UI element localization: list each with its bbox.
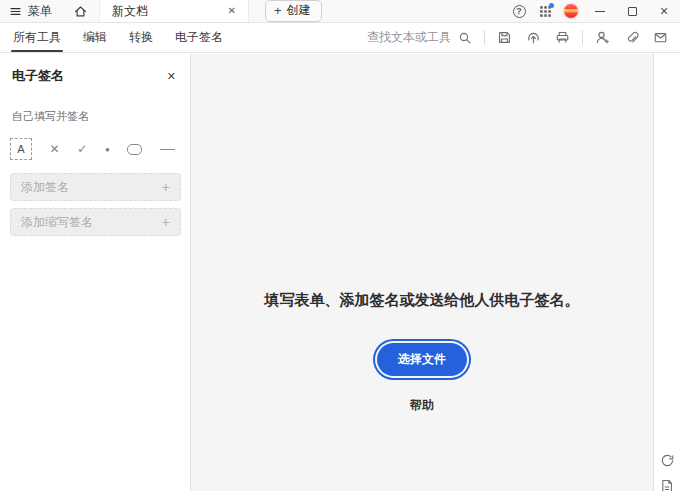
panel-close-button[interactable]: ✕ (165, 69, 178, 84)
document-tab[interactable]: 新文档 ✕ (99, 0, 249, 22)
link-button[interactable] (617, 25, 646, 51)
window-close-icon: × (660, 4, 668, 18)
toolbar: 所有工具 编辑 转换 电子签名 查找文本或工具 (0, 23, 680, 53)
cross-mark-icon: ✕ (50, 142, 60, 156)
titlebar-left: 菜单 新文档 ✕ + 创建 (0, 0, 322, 22)
cross-mark-tool-button[interactable]: ✕ (50, 142, 60, 156)
search-button[interactable]: 查找文本或工具 (360, 29, 479, 46)
select-file-button[interactable]: 选择文件 (377, 343, 467, 376)
minimize-button[interactable] (584, 0, 616, 23)
right-rail (653, 54, 680, 491)
plus-icon: + (274, 4, 282, 17)
close-icon: ✕ (167, 70, 176, 82)
tab-close-button[interactable]: ✕ (225, 4, 239, 18)
home-button[interactable] (62, 0, 99, 22)
create-button[interactable]: + 创建 (265, 0, 322, 22)
help-button[interactable]: ? (506, 0, 532, 23)
titlebar: 菜单 新文档 ✕ + 创建 ? (0, 0, 680, 23)
line-tool-button[interactable] (160, 149, 175, 150)
search-placeholder: 查找文本或工具 (367, 29, 451, 46)
tab-label: 转换 (129, 29, 153, 46)
add-initials-button[interactable]: 添加缩写签名 + (10, 208, 181, 236)
toolbar-right: 查找文本或工具 (360, 25, 680, 51)
print-button[interactable] (548, 25, 577, 51)
hamburger-icon (9, 5, 22, 18)
add-signature-label: 添加签名 (21, 179, 69, 196)
cloud-upload-icon (526, 30, 541, 45)
dot-tool-button[interactable]: ● (105, 145, 110, 154)
menu-label: 菜单 (28, 3, 52, 20)
line-icon (160, 149, 175, 150)
tab-label: 电子签名 (175, 29, 223, 46)
mail-icon (653, 30, 668, 45)
text-field-icon: A (10, 138, 32, 160)
content-area: 电子签名 ✕ 自己填写并签名 A ✕ ✓ ● (0, 54, 680, 491)
maximize-icon (628, 7, 637, 16)
plus-icon: + (162, 215, 170, 229)
apps-grid-button[interactable] (532, 0, 558, 23)
home-icon (73, 4, 88, 19)
toolbar-tabs: 所有工具 编辑 转换 电子签名 (2, 23, 234, 52)
esign-panel: 电子签名 ✕ 自己填写并签名 A ✕ ✓ ● (0, 54, 191, 491)
check-mark-icon: ✓ (77, 142, 87, 156)
help-link[interactable]: 帮助 (410, 397, 434, 414)
printer-icon (555, 30, 570, 45)
annotation-tools-row: A ✕ ✓ ● (0, 124, 190, 160)
avatar (564, 4, 578, 18)
add-user-icon (595, 30, 610, 45)
tab-convert[interactable]: 转换 (118, 23, 164, 52)
oval-icon (127, 144, 142, 155)
share-upload-button[interactable] (519, 25, 548, 51)
acrobat-window: 菜单 新文档 ✕ + 创建 ? (0, 0, 680, 491)
tab-edit[interactable]: 编辑 (72, 23, 118, 52)
create-label: 创建 (287, 2, 311, 19)
request-signature-button[interactable] (588, 25, 617, 51)
document-canvas: 填写表单、添加签名或发送给他人供电子签名。 选择文件 帮助 (191, 54, 653, 491)
close-icon: ✕ (228, 5, 236, 16)
add-signature-button[interactable]: 添加签名 + (10, 173, 181, 201)
add-initials-label: 添加缩写签名 (21, 214, 93, 231)
save-button[interactable] (490, 25, 519, 51)
titlebar-right: ? × (506, 0, 680, 22)
refresh-icon (660, 453, 675, 468)
tab-label: 编辑 (83, 29, 107, 46)
check-mark-tool-button[interactable]: ✓ (77, 142, 87, 156)
toolbar-divider (582, 30, 583, 45)
plus-icon: + (162, 180, 170, 194)
fill-sign-section-label: 自己填写并签名 (0, 85, 190, 124)
dot-icon: ● (105, 145, 110, 154)
tab-esign[interactable]: 电子签名 (164, 23, 234, 52)
save-icon (497, 30, 512, 45)
page-thumbnail-button[interactable] (660, 479, 674, 491)
empty-state: 填写表单、添加签名或发送给他人供电子签名。 选择文件 帮助 (191, 291, 653, 414)
oval-tool-button[interactable] (127, 144, 142, 155)
panel-title: 电子签名 (12, 67, 64, 85)
refresh-button[interactable] (660, 453, 675, 468)
menu-button[interactable]: 菜单 (0, 0, 62, 22)
maximize-button[interactable] (616, 0, 648, 23)
document-icon (660, 479, 674, 491)
panel-header: 电子签名 ✕ (0, 54, 190, 85)
select-file-label: 选择文件 (398, 352, 446, 366)
email-button[interactable] (646, 25, 675, 51)
text-field-tool-button[interactable]: A (10, 138, 32, 160)
minimize-icon (595, 11, 605, 12)
notification-dot (549, 3, 554, 8)
document-tab-title: 新文档 (112, 3, 148, 20)
empty-state-heading: 填写表单、添加签名或发送给他人供电子签名。 (265, 291, 580, 310)
tab-all-tools[interactable]: 所有工具 (2, 23, 72, 52)
help-icon: ? (513, 5, 526, 18)
paperclip-icon (624, 30, 639, 45)
search-icon (458, 31, 472, 45)
help-label: 帮助 (410, 398, 434, 412)
tab-label: 所有工具 (13, 29, 61, 46)
toolbar-divider (484, 30, 485, 45)
account-button[interactable] (558, 0, 584, 23)
window-close-button[interactable]: × (648, 0, 680, 23)
